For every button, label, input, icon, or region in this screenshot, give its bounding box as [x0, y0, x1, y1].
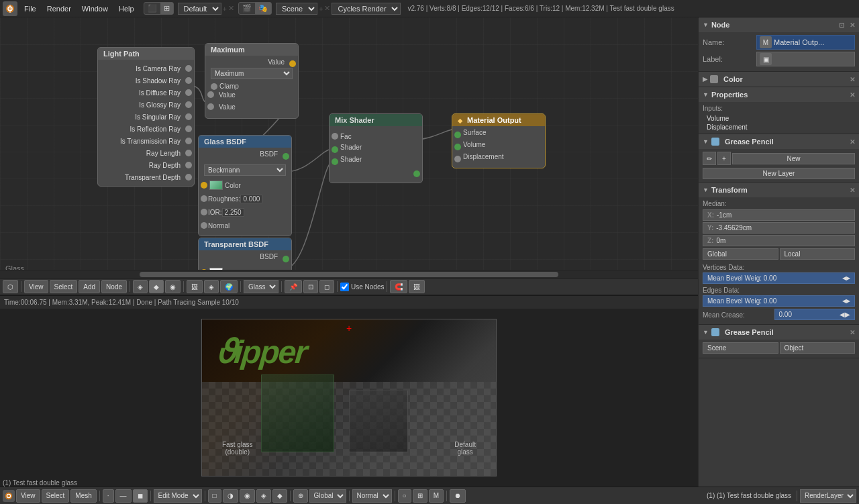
grease-pencil-top-header[interactable]: ▼ Grease Pencil ✕ — [699, 134, 859, 149]
proportional-btn[interactable]: ○ — [398, 489, 411, 503]
global-select[interactable]: Global — [309, 489, 346, 503]
node-row: Is Camera Ray — [103, 62, 189, 74]
grease-pencil-bottom-header[interactable]: ▼ Grease Pencil ✕ — [699, 325, 859, 340]
scene-select[interactable]: Scene — [276, 3, 317, 15]
transform-content: Median: X: -1cm Y: -3.45629cm Z: 0m Glob… — [699, 197, 859, 324]
local-btn[interactable]: Local — [780, 248, 856, 260]
bottom-sep8 — [797, 491, 797, 501]
x-field[interactable]: X: -1cm — [703, 209, 855, 221]
transform-close[interactable]: ✕ — [850, 187, 855, 194]
node-area: Glass Light Path Is Camera — [0, 17, 698, 487]
material-view-btn[interactable]: ◈ — [256, 489, 271, 503]
node-panel-pin[interactable]: ⊡ — [839, 21, 844, 29]
mode-btn-2[interactable]: ⊞ — [160, 3, 173, 14]
normal-select[interactable]: Normal — [352, 489, 392, 503]
gp-scene-btn[interactable]: Scene — [703, 342, 778, 354]
mirror-btn[interactable]: M — [429, 489, 444, 503]
view-menu-btn[interactable]: View — [24, 280, 48, 293]
render-view-btn[interactable]: ◆ — [272, 489, 287, 503]
label-field[interactable]: ▣ — [756, 52, 855, 66]
roughness-row: Roughnes: 0.000 — [204, 193, 286, 205]
editor-type-btn[interactable]: ⬡ — [3, 280, 18, 293]
label-icon[interactable]: ▣ — [760, 53, 772, 65]
node-menu-btn[interactable]: Node — [101, 280, 127, 293]
distribution-dropdown[interactable]: Beckmann — [204, 164, 286, 176]
scene-btn[interactable]: 🎬 — [239, 3, 255, 14]
solid-btn[interactable]: ◑ — [223, 489, 238, 503]
mesh-btn-bottom[interactable]: Mesh — [70, 489, 96, 503]
material-btn[interactable]: ◆ — [149, 280, 164, 293]
use-nodes-check[interactable]: Use Nodes — [340, 283, 384, 291]
edge-mode-btn[interactable]: — — [115, 489, 132, 503]
composite-btn[interactable]: ◈ — [133, 280, 148, 293]
mode-btn-1[interactable]: ⬛ — [144, 3, 160, 14]
name-field[interactable]: M Material Outp... — [756, 35, 855, 50]
window-menu[interactable]: Window — [77, 3, 113, 14]
record-btn[interactable]: ⏺ — [450, 489, 466, 503]
material-name-select[interactable]: Glass — [244, 280, 279, 293]
texture-view-btn[interactable]: ◉ — [240, 489, 255, 503]
frame-btn[interactable]: ⊡ — [303, 280, 318, 293]
render-layer-select[interactable]: RenderLayer — [800, 489, 856, 503]
edges-data-label: Edges Data: — [703, 287, 855, 294]
select-btn-bottom[interactable]: Select — [42, 489, 70, 503]
edit-mode-select[interactable]: Edit Mode — [154, 489, 202, 503]
name-icon[interactable]: M — [760, 36, 772, 48]
mat-mode-btn[interactable]: ◈ — [204, 280, 219, 293]
mean-crease-field[interactable]: 0.00 ◀▶ — [774, 309, 856, 320]
view-btn-bottom[interactable]: View — [16, 489, 40, 503]
pin-btn[interactable]: 📌 — [285, 280, 302, 293]
gp-plus-icon[interactable]: + — [717, 152, 731, 165]
texture-btn[interactable]: ◉ — [165, 280, 181, 293]
render-mode-btn[interactable]: 🖼 — [187, 280, 203, 293]
node-viewport[interactable]: Glass Light Path Is Camera — [0, 17, 698, 278]
select-menu-btn[interactable]: Select — [50, 280, 78, 293]
render-engine-select[interactable]: Cycles Render — [332, 3, 401, 15]
gp-top-close[interactable]: ✕ — [850, 138, 855, 146]
gp-bottom-close[interactable]: ✕ — [850, 329, 855, 336]
backdrop-btn[interactable]: 🖼 — [409, 280, 425, 293]
view-mode-buttons: ⬛ ⊞ — [144, 2, 174, 15]
scrollbar-thumb[interactable] — [140, 272, 558, 277]
render-menu[interactable]: Render — [42, 3, 77, 14]
blender-logo-bottom[interactable] — [3, 490, 15, 502]
mean-bevel-e[interactable]: Mean Bevel Weig: 0.00 ◀▶ — [703, 295, 855, 307]
pivot-btn[interactable]: ⊕ — [293, 489, 308, 503]
node-panel-header[interactable]: ▼ Node ⊡ ✕ — [699, 17, 859, 32]
node-panel-close[interactable]: ✕ — [850, 21, 855, 29]
properties-content: Inputs: Volume Displacement — [699, 102, 859, 134]
snap-btn[interactable]: 🧲 — [390, 280, 407, 293]
help-menu[interactable]: Help — [113, 3, 140, 14]
render-canvas[interactable]: ϑipper + Fast glass(double) Defaultglass — [0, 309, 698, 487]
properties-panel-header[interactable]: ▼ Properties ✕ — [699, 87, 859, 102]
gp-new-layer-btn[interactable]: New Layer — [703, 168, 855, 179]
gp-pencil-icon[interactable]: ✏ — [703, 152, 716, 165]
gp-object-btn[interactable]: Object — [780, 342, 856, 354]
global-btn[interactable]: Global — [703, 248, 778, 260]
scene-btn-2[interactable]: 🎭 — [255, 3, 271, 14]
transform-header[interactable]: ▼ Transform ✕ — [699, 183, 859, 197]
world-btn[interactable]: 🌍 — [220, 280, 238, 293]
color-panel-header[interactable]: ▶ Color ✕ — [699, 72, 859, 87]
right-panel: ▼ Node ⊡ ✕ Name: M Material Outp... Labe… — [698, 17, 859, 487]
wireframe-btn[interactable]: □ — [208, 489, 221, 503]
y-field[interactable]: Y: -3.45629cm — [703, 222, 855, 234]
node-hide-btn[interactable]: ◻ — [319, 280, 334, 293]
face-mode-btn[interactable]: ◼ — [133, 489, 148, 503]
snap-bottom-btn[interactable]: ⊞ — [413, 489, 427, 503]
z-field[interactable]: Z: 0m — [703, 235, 855, 246]
vert-mode-btn[interactable]: · — [103, 489, 114, 503]
topbar: File Render Window Help ⬛ ⊞ Default + ✕ … — [0, 0, 859, 17]
props-panel-close[interactable]: ✕ — [850, 91, 855, 99]
mean-bevel-v[interactable]: Mean Bevel Weig: 0.00 ◀▶ — [703, 272, 855, 284]
add-menu-btn[interactable]: Add — [79, 280, 100, 293]
gp-scene-object-row: Scene Object — [703, 342, 855, 355]
file-menu[interactable]: File — [19, 3, 42, 14]
node-row: Ray Depth — [103, 159, 189, 171]
blender-logo-icon[interactable] — [3, 1, 17, 16]
horizontal-scrollbar[interactable] — [0, 270, 698, 278]
max-dropdown[interactable]: Maximum — [211, 68, 293, 79]
gp-new-btn[interactable]: New — [732, 153, 855, 164]
workspace-select[interactable]: Default — [178, 3, 221, 15]
color-panel-close[interactable]: ✕ — [850, 76, 855, 83]
